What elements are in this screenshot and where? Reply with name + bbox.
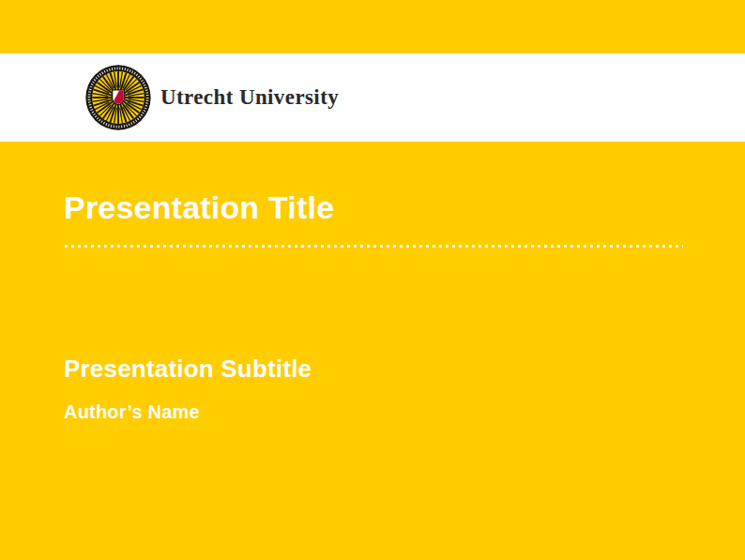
logo-band: Utrecht University bbox=[0, 53, 745, 142]
presentation-slide: Utrecht University Presentation Title Pr… bbox=[0, 0, 745, 560]
presentation-title: Presentation Title bbox=[64, 189, 334, 226]
utrecht-shield bbox=[113, 90, 125, 105]
dotted-divider bbox=[63, 243, 683, 250]
presentation-subtitle: Presentation Subtitle bbox=[64, 354, 312, 384]
author-name: Author’s Name bbox=[64, 400, 200, 424]
utrecht-university-seal-icon bbox=[84, 64, 152, 131]
university-wordmark: Utrecht University bbox=[160, 85, 339, 110]
top-yellow-band bbox=[0, 0, 745, 53]
